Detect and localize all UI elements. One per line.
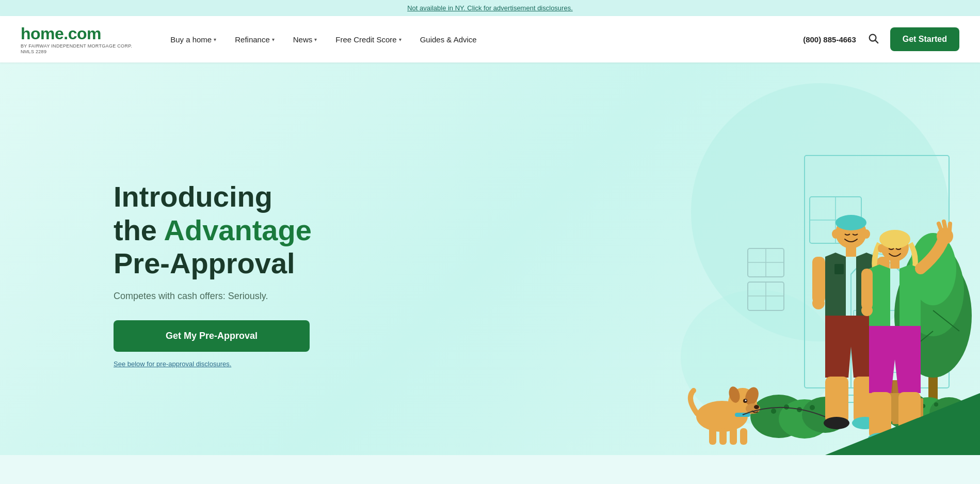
svg-rect-49 (709, 427, 716, 445)
nav-item-news[interactable]: News ▾ (286, 31, 325, 48)
disclosure-link[interactable]: See below for pre-approval disclosures. (114, 360, 231, 368)
svg-point-61 (812, 297, 825, 309)
search-button[interactable] (864, 29, 882, 50)
nav-links: Buy a home ▾ Refinance ▾ News ▾ Free Cre… (163, 31, 803, 48)
nav-right: (800) 885-4663 Get Started (803, 27, 959, 51)
hero-title-part2: Pre-Approval (114, 247, 295, 279)
hero-title: Introducing the Advantage Pre-Approval (114, 180, 320, 280)
search-icon (867, 33, 879, 44)
top-bar-link[interactable]: Not available in NY. Click for advertise… (407, 4, 573, 12)
chevron-down-icon: ▾ (399, 37, 401, 42)
chevron-down-icon: ▾ (214, 37, 216, 42)
phone-number: (800) 885-4663 (803, 35, 856, 44)
svg-rect-52 (740, 428, 747, 445)
svg-rect-57 (846, 247, 856, 257)
svg-line-74 (944, 222, 945, 229)
svg-point-68 (879, 230, 910, 248)
svg-point-47 (745, 400, 747, 401)
svg-point-69 (878, 244, 884, 253)
green-triangle-decoration (825, 393, 980, 455)
nav-item-buy[interactable]: Buy a home ▾ (163, 31, 223, 48)
pre-approval-button[interactable]: Get My Pre-Approval (114, 320, 310, 352)
svg-rect-59 (812, 257, 825, 303)
hero-subtitle: Competes with cash offers: Seriously. (114, 291, 320, 302)
svg-rect-50 (719, 428, 727, 445)
top-bar: Not available in NY. Click for advertise… (0, 0, 980, 16)
svg-rect-58 (834, 264, 844, 274)
svg-point-56 (863, 229, 870, 239)
svg-rect-51 (730, 427, 737, 445)
nav-item-refinance[interactable]: Refinance ▾ (228, 31, 282, 48)
chevron-down-icon: ▾ (272, 37, 275, 42)
nav-item-credit[interactable]: Free Credit Score ▾ (328, 31, 408, 48)
svg-line-75 (950, 224, 950, 230)
logo-main-text: home.com (21, 24, 132, 43)
hero-title-highlight: Advantage (164, 214, 311, 246)
svg-point-55 (832, 229, 839, 239)
svg-point-54 (836, 215, 866, 230)
svg-point-76 (861, 305, 873, 316)
window-blocks (748, 248, 784, 310)
svg-rect-71 (861, 269, 873, 310)
chevron-down-icon: ▾ (314, 37, 317, 42)
nav-item-guides[interactable]: Guides & Advice (413, 31, 484, 48)
svg-point-36 (771, 409, 776, 414)
logo-sub-text: BY FAIRWAY INDEPENDENT MORTGAGE CORP. NM… (21, 43, 132, 55)
svg-rect-70 (890, 260, 899, 269)
hero-content: Introducing the Advantage Pre-Approval C… (0, 180, 320, 368)
get-started-button[interactable]: Get Started (890, 27, 959, 51)
svg-point-39 (810, 405, 815, 410)
main-nav: home.com BY FAIRWAY INDEPENDENT MORTGAGE… (0, 16, 980, 63)
svg-point-45 (754, 405, 759, 409)
logo[interactable]: home.com BY FAIRWAY INDEPENDENT MORTGAGE… (21, 24, 132, 55)
svg-line-73 (939, 224, 941, 230)
svg-line-1 (875, 40, 878, 43)
hero-section: Introducing the Advantage Pre-Approval C… (0, 63, 980, 455)
